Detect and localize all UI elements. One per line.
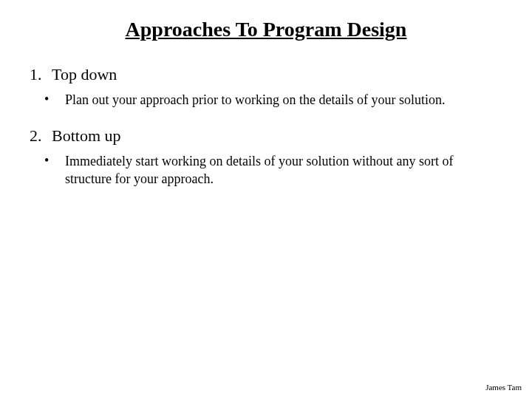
item-header: 2. Bottom up — [30, 126, 502, 146]
bullet-text: Immediately start working on details of … — [65, 153, 502, 188]
list-item: 2. Bottom up • Immediately start working… — [30, 126, 502, 188]
slide-title: Approaches To Program Design — [30, 18, 502, 41]
item-title: Bottom up — [52, 126, 121, 146]
bullet-row: • Immediately start working on details o… — [30, 153, 502, 188]
item-header: 1. Top down — [30, 65, 502, 84]
list-item: 1. Top down • Plan out your approach pri… — [30, 65, 502, 109]
bullet-row: • Plan out your approach prior to workin… — [30, 92, 502, 109]
bullet-text: Plan out your approach prior to working … — [65, 92, 460, 109]
item-number: 2. — [30, 126, 52, 146]
bullet-icon: • — [44, 153, 65, 168]
footer-credit: James Tam — [485, 383, 522, 392]
item-title: Top down — [52, 65, 117, 84]
bullet-icon: • — [44, 92, 65, 107]
item-number: 1. — [30, 65, 52, 84]
